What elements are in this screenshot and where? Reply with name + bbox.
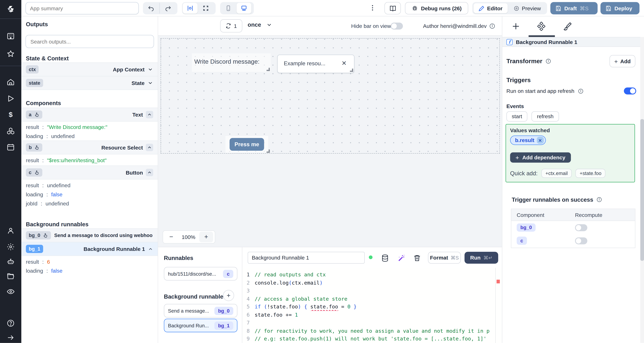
audit-eye-icon[interactable] (6, 288, 15, 296)
mobile-view-icon[interactable] (221, 3, 236, 14)
resources-blocks-icon[interactable] (6, 127, 15, 135)
search-outputs-input[interactable] (26, 35, 154, 48)
resize-handle[interactable] (350, 68, 353, 72)
trigger-success-label: Trigger runnables on success (512, 196, 593, 203)
favorites-star-icon[interactable] (6, 50, 15, 58)
left-rail: $ (0, 0, 21, 343)
centered-layout-icon[interactable] (183, 3, 198, 14)
docs-book-button[interactable] (384, 2, 401, 14)
add-background-runnable-button[interactable]: + (223, 290, 234, 301)
settings-gear-icon[interactable] (6, 243, 15, 251)
bg0-runnable-card[interactable]: Send a message... bg_0 (164, 304, 237, 318)
watched-value-label: b.result (515, 137, 534, 143)
format-button[interactable]: Format ⌘S (428, 252, 461, 264)
undo-button[interactable] (144, 3, 158, 14)
info-icon[interactable] (596, 197, 602, 202)
hide-bar-toggle[interactable] (390, 23, 403, 30)
bg0-badge: bg_0 (26, 231, 51, 240)
workspace-icon[interactable] (6, 32, 15, 40)
info-icon[interactable] (489, 23, 495, 29)
ctx-row[interactable]: ctx App Context (21, 62, 158, 76)
zoom-in-button[interactable]: + (199, 232, 213, 242)
run-on-start-toggle[interactable] (624, 88, 636, 94)
canvas-grid[interactable]: Write Discord message: Example resou... … (160, 38, 500, 154)
folders-icon[interactable] (6, 272, 15, 280)
bg1-label: Background Runnable 1 (84, 246, 145, 252)
bug-icon (412, 5, 418, 12)
resource-select-component[interactable]: Example resou... ✕ (277, 54, 354, 73)
hub-runnable-label: hub/1511/discord/se... (168, 271, 216, 277)
quick-add-state-foo[interactable]: +state.foo (576, 169, 606, 178)
bg1-row[interactable]: bg_1 Background Runnable 1 (21, 242, 158, 256)
more-menu-icon[interactable] (369, 4, 376, 12)
format-shortcut: ⌘S (450, 255, 459, 261)
home-icon[interactable] (6, 78, 15, 86)
component-c-row[interactable]: c Button (21, 166, 158, 180)
state-badge: state (26, 79, 43, 87)
undo-redo-group (143, 2, 178, 14)
chevron-up-icon[interactable] (148, 246, 153, 252)
clear-x-icon[interactable]: ✕ (342, 60, 347, 67)
chevron-down-icon[interactable] (148, 80, 153, 86)
quick-add-ctx-email[interactable]: +ctx.email (541, 169, 572, 178)
component-a-row[interactable]: a Text (21, 108, 158, 122)
hub-runnable-card[interactable]: hub/1511/discord/se... c (164, 267, 237, 280)
app-summary-input[interactable] (26, 2, 139, 14)
app-canvas[interactable]: Write Discord message: Example resou... … (158, 36, 502, 247)
draft-button[interactable]: Draft ⌘S (550, 2, 598, 14)
expand-layout-icon[interactable] (198, 3, 213, 14)
text-component[interactable]: Write Discord message: (192, 53, 271, 72)
redo-button[interactable] (160, 3, 175, 14)
delete-trash-icon[interactable] (413, 254, 421, 262)
bg1-runnable-card-selected[interactable]: Background Run... bg_1 (164, 319, 237, 332)
tab-preview[interactable]: Preview (508, 3, 546, 13)
add-transformer-button[interactable]: +Add (610, 55, 636, 68)
styling-brush-tab-icon[interactable] (563, 22, 572, 31)
help-icon[interactable] (6, 319, 15, 327)
recompute-toggle-c[interactable] (575, 237, 587, 244)
component-b-row[interactable]: b Resource Select (21, 140, 158, 154)
recompute-toggle-bg0[interactable] (575, 224, 587, 231)
debug-runs-button[interactable]: Debug runs (26) (405, 2, 468, 14)
runnable-name-input[interactable] (248, 252, 365, 264)
runs-play-icon[interactable] (6, 94, 15, 103)
panel-scrollbar-track[interactable] (640, 37, 644, 343)
tab-editor[interactable]: Editor (474, 3, 508, 13)
user-icon[interactable] (6, 227, 15, 235)
refresh-count-button[interactable]: 1 (220, 19, 242, 32)
press-me-button[interactable]: Press me (230, 138, 264, 151)
component-b-badge: b (26, 144, 42, 152)
line-number: 5 (242, 303, 255, 311)
collapse-arrow-icon[interactable] (6, 334, 15, 342)
schedules-calendar-icon[interactable] (6, 143, 15, 151)
variables-dollar-icon[interactable]: $ (6, 111, 15, 119)
panel-scrollbar-thumb[interactable] (640, 119, 644, 261)
resize-handle[interactable] (266, 68, 270, 71)
frequency-dropdown[interactable]: once (248, 21, 272, 28)
deploy-button[interactable]: Deploy (600, 2, 640, 14)
hub-runnable-badge: c (223, 270, 233, 278)
collapse-chevron-up-icon[interactable] (146, 144, 153, 151)
desktop-view-icon[interactable] (236, 3, 251, 14)
info-icon[interactable] (578, 88, 584, 94)
chevron-down-icon[interactable] (148, 66, 153, 72)
collapse-chevron-up-icon[interactable] (146, 111, 153, 118)
workers-robot-icon[interactable] (6, 258, 15, 266)
ai-wand-icon[interactable] (398, 254, 405, 262)
remove-watched-x-icon[interactable] (537, 137, 544, 144)
cache-database-icon[interactable] (381, 254, 389, 262)
add-component-tab-icon[interactable] (511, 22, 520, 31)
windmill-logo-icon[interactable] (6, 5, 15, 13)
bg0-row[interactable]: bg_0 Send a message to discord using web… (21, 228, 158, 242)
code-lines[interactable]: 1// read outputs and ctx 2console.log(ct… (242, 268, 502, 343)
info-icon[interactable] (545, 58, 551, 64)
run-button[interactable]: Run ⌘↵ (464, 252, 498, 264)
zoom-out-button[interactable]: − (165, 232, 178, 242)
collapse-chevron-up-icon[interactable] (146, 169, 153, 176)
resize-handle[interactable] (266, 150, 270, 153)
add-dependency-button[interactable]: + Add dependency (510, 152, 571, 163)
component-settings-tab-icon[interactable] (537, 22, 546, 31)
watched-value-chip[interactable]: b.result (510, 136, 546, 145)
book-icon (389, 5, 396, 12)
state-row[interactable]: state State (21, 76, 158, 90)
